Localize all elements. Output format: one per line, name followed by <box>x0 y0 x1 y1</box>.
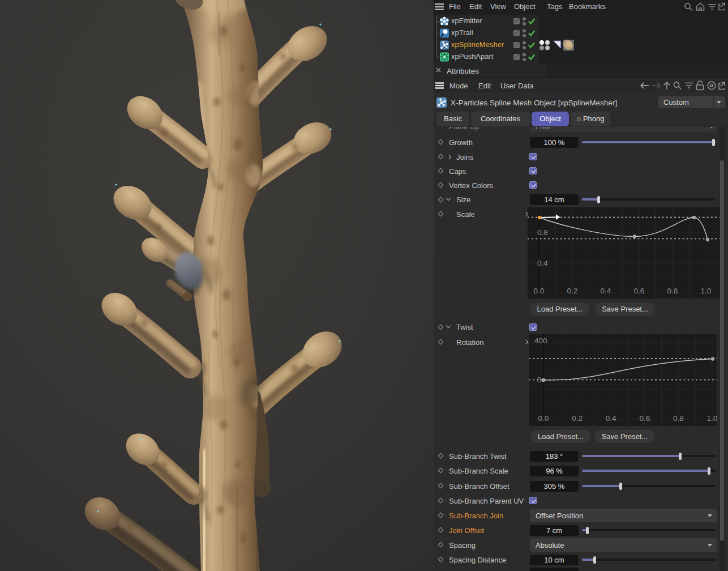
svg-text:0.6: 0.6 <box>634 287 645 295</box>
svg-text:0: 0 <box>537 376 541 384</box>
svg-text:0.4: 0.4 <box>606 414 616 423</box>
svg-text:0.0: 0.0 <box>538 414 549 423</box>
svg-text:0.2: 0.2 <box>567 287 578 295</box>
svg-text:0.4: 0.4 <box>601 287 611 295</box>
svg-text:1.0: 1.0 <box>701 287 712 295</box>
svg-text:0.4: 0.4 <box>537 259 548 267</box>
svg-text:0.8: 0.8 <box>537 228 548 237</box>
svg-text:0.6: 0.6 <box>639 414 650 423</box>
svg-text:1.0: 1.0 <box>707 414 717 423</box>
svg-text:400: 400 <box>534 336 547 345</box>
svg-text:0.8: 0.8 <box>667 287 678 295</box>
svg-text:0.2: 0.2 <box>572 414 583 423</box>
svg-text:0.0: 0.0 <box>534 287 545 295</box>
svg-text:0.8: 0.8 <box>673 414 684 423</box>
